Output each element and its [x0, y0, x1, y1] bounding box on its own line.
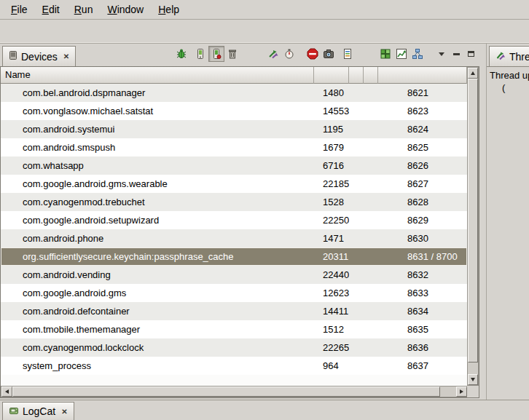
process-port: 8628	[378, 193, 467, 211]
spacer-cell	[364, 211, 378, 229]
process-port: 8629	[378, 211, 467, 229]
table-row[interactable]: com.tmobile.thememanager 1512 8635	[1, 320, 467, 338]
process-pid: 22440	[314, 266, 349, 284]
panel-sash[interactable]	[481, 44, 486, 400]
column-header-spacer1[interactable]	[349, 67, 364, 84]
column-header-spacer2[interactable]	[364, 67, 378, 84]
spacer-cell	[364, 84, 378, 102]
heap-grid-icon[interactable]	[377, 46, 393, 62]
spacer-cell	[349, 175, 364, 193]
debug-icon[interactable]	[173, 46, 189, 62]
process-name: com.google.android.gms	[1, 284, 314, 302]
table-row[interactable]: com.android.smspush 1679 8625	[1, 138, 467, 156]
spacer-cell	[349, 247, 364, 266]
process-port: 8621	[378, 84, 467, 102]
logcat-icon	[9, 405, 19, 418]
table-row[interactable]: com.google.android.setupwizard 22250 862…	[1, 211, 467, 229]
process-name: com.cyanogenmod.trebuchet	[1, 193, 314, 211]
threads-tabbar: Threads ✕	[487, 44, 529, 66]
spacer-cell	[349, 156, 364, 175]
cause-gc-icon[interactable]	[224, 46, 240, 62]
process-port: 8625	[378, 138, 467, 156]
table-row[interactable]: system_process 964 8637	[1, 357, 467, 375]
process-name: com.android.vending	[1, 266, 314, 284]
scroll-up-button[interactable]	[468, 68, 478, 79]
maximize-icon[interactable]	[463, 47, 478, 61]
screen-capture-icon[interactable]	[321, 46, 337, 62]
process-name: com.android.smspush	[1, 138, 314, 156]
menu-item-edit[interactable]: Edit	[35, 1, 67, 17]
column-header-pid[interactable]	[314, 67, 349, 84]
spacer-cell	[349, 357, 364, 375]
spacer-cell	[364, 247, 378, 266]
tab-devices-label: Devices	[21, 51, 58, 63]
spacer-cell	[349, 302, 364, 320]
process-port: 8633	[378, 284, 467, 302]
table-row[interactable]: com.google.android.gms.wearable 22185 86…	[1, 175, 467, 193]
process-port: 8631 / 8700	[378, 247, 467, 266]
table-row[interactable]: com.android.defcontainer 14411 8634	[1, 302, 467, 320]
table-row[interactable]: com.cyanogenmod.trebuchet 1528 8628	[1, 193, 467, 211]
table-row[interactable]: com.bel.android.dspmanager 1480 8621	[1, 84, 467, 102]
table-row[interactable]: org.sufficientlysecure.keychain:passphra…	[1, 247, 467, 266]
process-port: 8636	[378, 338, 467, 357]
spacer-cell	[349, 120, 364, 138]
spacer-cell	[349, 229, 364, 247]
hierarchy-view-icon[interactable]	[410, 46, 426, 62]
bug-report-icon[interactable]	[340, 46, 356, 62]
table-row[interactable]: com.android.vending 22440 8632	[1, 266, 467, 284]
menu-item-help[interactable]: Help	[151, 1, 187, 17]
minimize-icon[interactable]	[449, 47, 463, 61]
column-header-name[interactable]: Name	[1, 67, 314, 84]
start-method-profiling-icon[interactable]	[281, 46, 297, 62]
view-menu-icon[interactable]	[434, 47, 449, 61]
vertical-scrollbar[interactable]	[467, 67, 479, 386]
spacer-cell	[364, 357, 378, 375]
dump-hprof-icon[interactable]	[208, 46, 224, 62]
tab-logcat[interactable]: LogCat ✕	[2, 402, 74, 420]
scroll-down-button[interactable]	[468, 374, 478, 385]
stop-process-icon[interactable]	[305, 46, 321, 62]
spacer-cell	[349, 193, 364, 211]
process-name: com.android.systemui	[1, 120, 314, 138]
vertical-scroll-thumb[interactable]	[468, 79, 478, 362]
scroll-left-button[interactable]	[1, 387, 12, 397]
menu-item-run[interactable]: Run	[67, 1, 101, 17]
table-row[interactable]: com.google.android.gms 12623 8633	[1, 284, 467, 302]
tab-threads-label: Threads	[509, 51, 529, 63]
ddms-window: FileEditRunWindowHelp Devices ✕	[0, 0, 529, 420]
process-name: com.bel.android.dspmanager	[1, 84, 314, 102]
process-pid: 6716	[314, 156, 349, 175]
column-header-port[interactable]	[378, 67, 467, 84]
spacer-cell	[364, 156, 378, 175]
spacer-cell	[364, 302, 378, 320]
table-row[interactable]: com.cyanogenmod.lockclock 22265 8636	[1, 338, 467, 357]
process-port: 8635	[378, 320, 467, 338]
horizontal-scrollbar[interactable]	[1, 386, 468, 397]
update-threads-icon[interactable]	[265, 46, 281, 62]
tab-devices[interactable]: Devices ✕	[2, 46, 76, 66]
table-row[interactable]: com.android.phone 1471 8630	[1, 229, 467, 247]
process-port: 8630	[378, 229, 467, 247]
process-port: 8637	[378, 357, 467, 375]
process-name: com.android.phone	[1, 229, 314, 247]
tab-close-icon[interactable]: ✕	[63, 52, 69, 60]
arrow-left-icon	[5, 389, 9, 394]
process-pid: 1679	[314, 138, 349, 156]
table-row[interactable]: com.android.systemui 1195 8624	[1, 120, 467, 138]
menu-item-file[interactable]: File	[4, 1, 35, 17]
process-pid: 22185	[314, 175, 349, 193]
table-row[interactable]: com.vonglasow.michael.satstat 14553 8623	[1, 102, 467, 120]
scroll-right-button[interactable]	[456, 387, 467, 397]
spacer-cell	[364, 266, 378, 284]
process-port: 8634	[378, 302, 467, 320]
tab-threads[interactable]: Threads ✕	[489, 46, 529, 66]
allocation-tracker-icon[interactable]	[393, 46, 410, 62]
tab-close-icon[interactable]: ✕	[61, 408, 67, 416]
update-heap-icon[interactable]	[192, 46, 208, 62]
horizontal-scroll-thumb[interactable]	[12, 387, 440, 397]
table-row[interactable]: com.whatsapp 6716 8626	[1, 156, 467, 175]
menu-item-window[interactable]: Window	[100, 1, 151, 17]
process-pid: 12623	[314, 284, 349, 302]
arrow-up-icon	[471, 71, 475, 75]
